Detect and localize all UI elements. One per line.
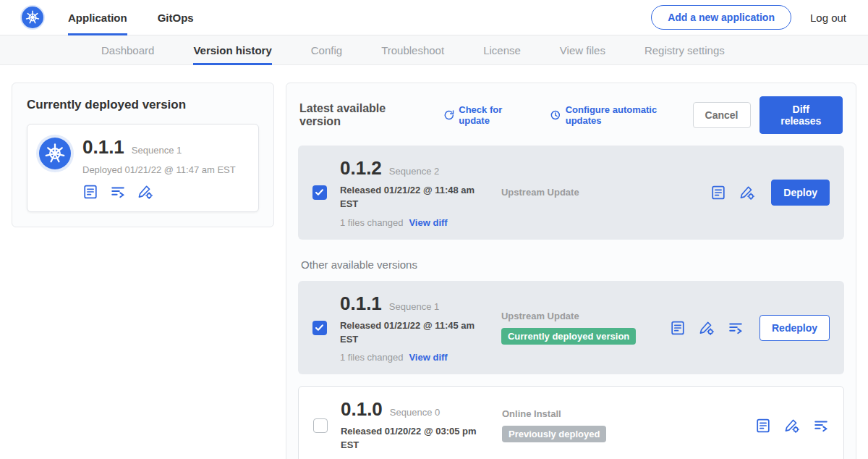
version-source: Upstream Update Currently deployed versi… (501, 311, 657, 345)
edit-config-icon[interactable] (137, 184, 153, 200)
row-actions: Redeploy (670, 315, 830, 341)
subnav-troubleshoot[interactable]: Troubleshoot (381, 35, 444, 65)
version-sequence: Sequence 0 (390, 407, 440, 418)
version-row-0-1-0: 0.1.0 Sequence 0 Released 01/20/22 @ 03:… (298, 386, 844, 459)
deployed-actions (82, 184, 236, 200)
files-changed: 1 files changed (340, 352, 403, 363)
diff-releases-button[interactable]: Diff releases (760, 96, 843, 134)
release-notes-icon[interactable] (82, 184, 98, 200)
tab-application[interactable]: Application (68, 0, 127, 35)
redeploy-button[interactable]: Redeploy (760, 315, 830, 341)
version-row-0-1-2: 0.1.2 Sequence 2 Released 01/21/22 @ 11:… (298, 146, 844, 240)
check-for-update-label: Check for update (459, 104, 534, 126)
deployed-timestamp: Deployed 01/21/22 @ 11:47 am EST (82, 164, 236, 175)
version-sequence: Sequence 1 (389, 301, 439, 312)
deploy-logs-icon[interactable] (813, 418, 829, 434)
row-actions (755, 418, 829, 434)
version-info: 0.1.2 Sequence 2 Released 01/21/22 @ 11:… (340, 157, 488, 228)
deploy-logs-icon[interactable] (728, 320, 744, 336)
release-notes-icon[interactable] (670, 320, 686, 336)
deployed-version-details: 0.1.1 Sequence 1 Deployed 01/21/22 @ 11:… (82, 136, 236, 200)
configure-auto-updates-label: Configure automatic updates (566, 104, 693, 126)
main-content: Currently deployed version 0.1.1 Sequenc… (0, 65, 868, 459)
subnav-config[interactable]: Config (311, 35, 342, 65)
version-source: Upstream Update (501, 187, 657, 198)
version-sequence: Sequence 2 (389, 166, 439, 177)
subnav-version-history[interactable]: Version history (193, 35, 271, 65)
edit-config-icon[interactable] (699, 320, 715, 336)
files-changed: 1 files changed (340, 217, 403, 228)
deployed-version-panel: Currently deployed version 0.1.1 Sequenc… (12, 83, 274, 227)
released-timestamp: Released 01/20/22 @ 03:05 pm EST (341, 425, 482, 452)
version-checkbox[interactable] (312, 321, 327, 335)
version-info: 0.1.1 Sequence 1 Released 01/21/22 @ 11:… (340, 292, 488, 363)
version-number: 0.1.1 (340, 292, 382, 315)
navbar-right: Add a new application Log out (651, 5, 846, 30)
schedule-icon (550, 109, 561, 121)
row-actions: Deploy (710, 180, 830, 206)
version-checkbox[interactable] (312, 185, 327, 200)
checkmark-icon (315, 188, 324, 197)
latest-version-header: Latest available version Check for updat… (298, 96, 844, 134)
deploy-button[interactable]: Deploy (771, 180, 830, 206)
view-diff-link[interactable]: View diff (409, 217, 447, 228)
source-label: Upstream Update (501, 187, 579, 198)
deployed-panel-title: Currently deployed version (27, 98, 259, 112)
cancel-button[interactable]: Cancel (693, 102, 751, 128)
logout-link[interactable]: Log out (810, 12, 846, 24)
configure-auto-updates-link[interactable]: Configure automatic updates (550, 104, 693, 126)
version-row-0-1-1: 0.1.1 Sequence 1 Released 01/21/22 @ 11:… (298, 281, 844, 375)
other-versions-title: Other available versions (301, 258, 841, 271)
latest-version-title: Latest available version (299, 102, 427, 128)
released-timestamp: Released 01/21/22 @ 11:45 am EST (340, 319, 481, 347)
top-navbar: Application GitOps Add a new application… (0, 0, 868, 35)
subnav-license[interactable]: License (483, 35, 521, 65)
refresh-icon (443, 109, 455, 121)
source-label: Upstream Update (501, 311, 579, 321)
version-checkbox[interactable] (313, 418, 328, 433)
version-history-panel: Latest available version Check for updat… (286, 83, 856, 459)
app-icon (39, 138, 71, 169)
version-number: 0.1.0 (341, 398, 383, 421)
helm-wheel-icon (25, 9, 41, 25)
version-number: 0.1.2 (340, 157, 382, 180)
edit-config-icon[interactable] (784, 418, 800, 434)
check-for-update-link[interactable]: Check for update (443, 104, 534, 126)
app-subnav: Dashboard Version history Config Trouble… (0, 35, 868, 65)
kubernetes-logo[interactable] (22, 7, 43, 28)
release-notes-icon[interactable] (755, 418, 771, 434)
tab-gitops[interactable]: GitOps (158, 0, 194, 35)
view-diff-link[interactable]: View diff (409, 352, 447, 363)
currently-deployed-badge: Currently deployed version (501, 328, 636, 345)
deploy-logs-icon[interactable] (110, 184, 126, 200)
previously-deployed-badge: Previously deployed (502, 426, 606, 442)
edit-config-icon[interactable] (739, 185, 755, 201)
version-source: Online Install Previously deployed (502, 408, 658, 442)
subnav-view-files[interactable]: View files (560, 35, 605, 65)
released-timestamp: Released 01/21/22 @ 11:48 am EST (340, 184, 481, 211)
subnav-registry-settings[interactable]: Registry settings (644, 35, 725, 65)
deployed-version-card: 0.1.1 Sequence 1 Deployed 01/21/22 @ 11:… (27, 124, 259, 212)
helm-wheel-icon (43, 142, 67, 165)
add-application-button[interactable]: Add a new application (651, 5, 791, 30)
deployed-sequence: Sequence 1 (132, 145, 182, 156)
release-notes-icon[interactable] (710, 185, 726, 201)
source-label: Online Install (502, 408, 561, 419)
subnav-dashboard[interactable]: Dashboard (101, 35, 154, 65)
version-info: 0.1.0 Sequence 0 Released 01/20/22 @ 03:… (341, 398, 489, 452)
checkmark-icon (315, 323, 324, 332)
deployed-version-number: 0.1.1 (82, 136, 124, 159)
primary-tabs: Application GitOps (68, 0, 194, 35)
